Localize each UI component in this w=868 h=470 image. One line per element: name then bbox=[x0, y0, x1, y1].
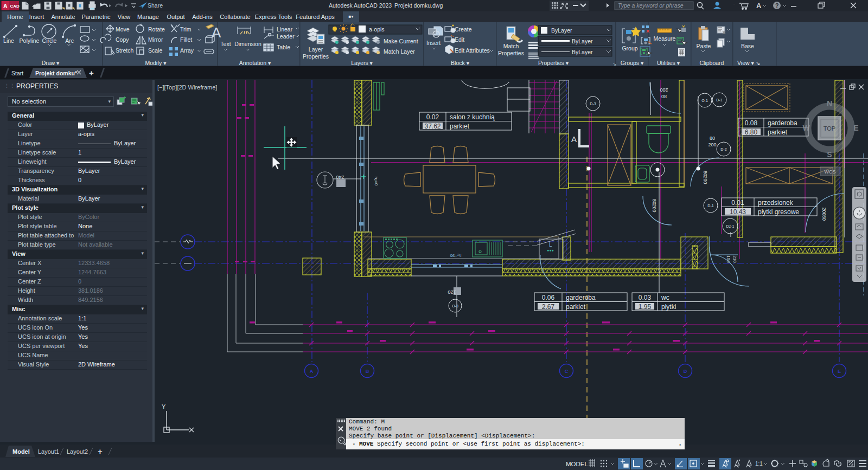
svg-text:Rotate: Rotate bbox=[148, 26, 165, 33]
svg-text:200: 200 bbox=[703, 176, 708, 184]
svg-text:2.67: 2.67 bbox=[542, 303, 555, 311]
svg-text:Text: Text bbox=[220, 41, 231, 47]
svg-text:wc: wc bbox=[661, 294, 669, 301]
svg-text:Stretch: Stretch bbox=[116, 47, 133, 54]
svg-text:Table: Table bbox=[277, 44, 290, 50]
svg-text:parkiet: parkiet bbox=[768, 128, 788, 136]
svg-text:Measure: Measure bbox=[654, 35, 676, 42]
svg-text:Polyline: Polyline bbox=[20, 37, 40, 44]
svg-text:N: N bbox=[827, 99, 832, 108]
svg-text:O-3: O-3 bbox=[452, 304, 458, 308]
svg-text:Line: Line bbox=[3, 37, 14, 44]
svg-text:MODEL: MODEL bbox=[566, 461, 589, 467]
svg-text:Circle: Circle bbox=[42, 37, 57, 44]
svg-text:a-opis: a-opis bbox=[369, 26, 385, 33]
svg-text:0.01: 0.01 bbox=[731, 199, 744, 207]
svg-text:A: A bbox=[310, 369, 314, 374]
svg-text:Match Layer: Match Layer bbox=[384, 48, 415, 55]
svg-text:Paste: Paste bbox=[697, 43, 711, 49]
svg-text:240: 240 bbox=[336, 175, 344, 180]
svg-text:0.02: 0.02 bbox=[426, 113, 439, 121]
svg-text:Autodesk AutoCAD 2023: Autodesk AutoCAD 2023 bbox=[329, 2, 392, 9]
svg-text:płytki: płytki bbox=[661, 303, 676, 311]
svg-text:Base: Base bbox=[741, 43, 754, 49]
svg-text:WCS: WCS bbox=[825, 169, 836, 175]
svg-text:Make Current: Make Current bbox=[384, 38, 418, 44]
svg-text:View ▾ ↘: View ▾ ↘ bbox=[737, 60, 760, 66]
svg-text:O-1: O-1 bbox=[701, 99, 708, 102]
svg-text:Type a keyword or phrase: Type a keyword or phrase bbox=[618, 2, 684, 9]
svg-text:Layout2: Layout2 bbox=[67, 448, 88, 455]
svg-text:150: 150 bbox=[726, 255, 731, 263]
svg-text:●●●: ●●● bbox=[547, 248, 554, 252]
svg-text:garderoba: garderoba bbox=[768, 119, 797, 127]
svg-text:0.03: 0.03 bbox=[639, 294, 652, 301]
svg-text:Linear: Linear bbox=[277, 26, 293, 33]
svg-text:D-2: D-2 bbox=[720, 147, 726, 151]
svg-text:Groups ▾: Groups ▾ bbox=[621, 60, 644, 66]
svg-text:D-3: D-3 bbox=[590, 102, 596, 106]
svg-text:przedsionek: przedsionek bbox=[758, 199, 794, 207]
svg-text:E: E bbox=[853, 124, 858, 132]
svg-text:Properties: Properties bbox=[303, 53, 329, 60]
svg-text:Layers ▾: Layers ▾ bbox=[351, 60, 373, 66]
svg-text:Insert: Insert bbox=[426, 40, 441, 46]
svg-text:Modify ▾: Modify ▾ bbox=[145, 60, 167, 66]
svg-text:Create: Create bbox=[455, 26, 472, 33]
svg-text:120: 120 bbox=[448, 289, 456, 295]
svg-text:parkiet: parkiet bbox=[450, 123, 470, 130]
svg-text:Dimension: Dimension bbox=[234, 41, 261, 47]
svg-text:L: L bbox=[549, 242, 552, 248]
svg-text:200: 200 bbox=[660, 87, 668, 93]
svg-text:Edit: Edit bbox=[455, 36, 464, 43]
svg-text:Share: Share bbox=[148, 2, 163, 9]
svg-text:Utilities ▾: Utilities ▾ bbox=[657, 60, 680, 66]
svg-text:Draw ▾: Draw ▾ bbox=[42, 60, 60, 66]
svg-text:S: S bbox=[827, 150, 832, 159]
svg-text:W: W bbox=[802, 124, 810, 132]
svg-text:[−][Top][2D Wireframe]: [−][Top][2D Wireframe] bbox=[157, 84, 217, 91]
svg-text:0.08: 0.08 bbox=[745, 119, 758, 127]
svg-text:płytki gresowe: płytki gresowe bbox=[758, 208, 799, 216]
svg-text:h₂=90: h₂=90 bbox=[450, 253, 462, 258]
svg-text:80: 80 bbox=[821, 215, 827, 221]
svg-text:Mirror: Mirror bbox=[148, 36, 163, 43]
svg-text:Properties ▾: Properties ▾ bbox=[538, 60, 569, 66]
svg-text:Copy: Copy bbox=[116, 36, 129, 43]
svg-text:200: 200 bbox=[821, 207, 827, 215]
svg-text:D: D bbox=[684, 369, 687, 374]
svg-text:D-1: D-1 bbox=[716, 98, 722, 102]
svg-text:80: 80 bbox=[661, 94, 667, 99]
svg-text:Group: Group bbox=[622, 45, 637, 51]
svg-text:200: 200 bbox=[652, 204, 657, 212]
svg-text:h₂=0: h₂=0 bbox=[374, 177, 379, 186]
svg-text:Annotation ▾: Annotation ▾ bbox=[239, 60, 271, 66]
svg-text:Move: Move bbox=[116, 26, 130, 33]
svg-text:ByLayer: ByLayer bbox=[551, 27, 572, 34]
svg-text:´: ´ bbox=[733, 3, 735, 8]
svg-text:Projekt domku.dwg: Projekt domku.dwg bbox=[394, 2, 443, 9]
svg-text:Trim: Trim bbox=[180, 26, 192, 33]
svg-text:37.62: 37.62 bbox=[424, 123, 441, 130]
svg-text:1:1: 1:1 bbox=[755, 461, 763, 467]
svg-text:Edit Attributes: Edit Attributes bbox=[455, 47, 490, 54]
svg-text:Arc: Arc bbox=[65, 37, 74, 44]
svg-text:ByLayer: ByLayer bbox=[572, 49, 593, 55]
svg-text:80: 80 bbox=[710, 136, 715, 141]
svg-text:Leader: Leader bbox=[277, 33, 295, 40]
svg-text:TOP: TOP bbox=[824, 125, 835, 132]
svg-text:Y: Y bbox=[162, 403, 166, 410]
svg-text:Dz-1: Dz-1 bbox=[726, 224, 735, 228]
svg-text:210: 210 bbox=[732, 255, 737, 263]
svg-text:C: C bbox=[565, 369, 569, 374]
svg-text:B: B bbox=[366, 369, 369, 374]
svg-text:10.43: 10.43 bbox=[730, 208, 746, 216]
svg-text:ByLayer: ByLayer bbox=[572, 38, 593, 44]
svg-text:Scale: Scale bbox=[148, 47, 162, 54]
svg-text:D-1: D-1 bbox=[707, 204, 713, 208]
svg-text:Block ▾: Block ▾ bbox=[451, 60, 470, 66]
svg-text:A: A bbox=[756, 2, 762, 10]
svg-text:+: + bbox=[98, 447, 103, 456]
svg-text:200: 200 bbox=[708, 142, 716, 147]
svg-text:E: E bbox=[838, 369, 841, 374]
